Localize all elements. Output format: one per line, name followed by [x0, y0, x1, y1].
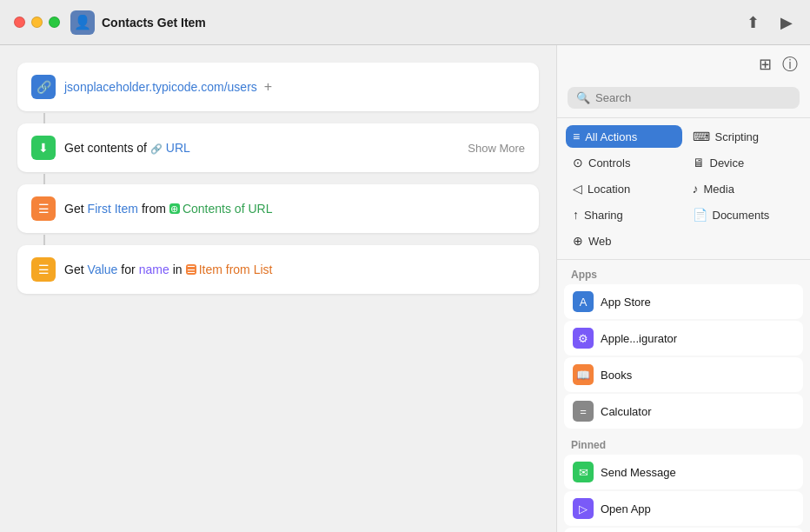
- location-icon: ◁: [573, 182, 582, 196]
- action-calculator[interactable]: = Calculator: [564, 394, 803, 429]
- connector-2: [43, 174, 45, 184]
- connector-1: [43, 113, 45, 123]
- item-from-list-token: ☰ Item from List: [186, 263, 273, 276]
- action-play-music[interactable]: ♪ Play Music: [564, 528, 803, 532]
- action-books[interactable]: 📖 Books: [564, 357, 803, 392]
- device-label: Device: [710, 156, 745, 170]
- sharing-icon: ↑: [573, 208, 579, 222]
- value-token: Value: [88, 263, 118, 276]
- fullscreen-button[interactable]: [49, 17, 60, 28]
- name-token: name: [139, 263, 169, 276]
- in-label: in: [173, 263, 183, 276]
- category-controls[interactable]: ⊙ Controls: [566, 151, 682, 174]
- share-button[interactable]: ⬆: [743, 10, 763, 36]
- books-label: Books: [601, 369, 632, 382]
- categories-grid: ≡ All Actions ⌨ Scripting ⊙ Controls 🖥 D…: [557, 118, 810, 260]
- info-button[interactable]: ⓘ: [782, 54, 798, 75]
- show-more-button[interactable]: Show More: [468, 142, 525, 155]
- url-icon: 🔗: [31, 75, 56, 99]
- send-message-label: Send Message: [601, 466, 676, 479]
- window-title: Contacts Get Item: [102, 16, 743, 30]
- category-scripting[interactable]: ⌨ Scripting: [686, 125, 802, 148]
- get-value-label: Get: [64, 263, 84, 276]
- calculator-label: Calculator: [601, 405, 652, 418]
- actions-sidebar: ⊞ ⓘ 🔍 ≡ All Actions ⌨ Scripting ⊙ Contro…: [556, 45, 810, 532]
- media-label: Media: [704, 183, 734, 196]
- books-icon: 📖: [573, 364, 594, 385]
- run-button[interactable]: ▶: [777, 10, 796, 36]
- location-label: Location: [588, 183, 630, 196]
- search-input[interactable]: [595, 91, 791, 104]
- documents-label: Documents: [713, 209, 770, 222]
- traffic-lights: [14, 17, 60, 28]
- workflow-canvas: 🔗 jsonplaceholder.typicode.com/users + ⬇…: [0, 45, 556, 532]
- category-sharing[interactable]: ↑ Sharing: [566, 203, 682, 226]
- category-location[interactable]: ◁ Location: [566, 177, 682, 200]
- get-value-content: Get Value for name in ☰ Item from List: [64, 263, 525, 276]
- action-send-message[interactable]: ✉ Send Message: [564, 455, 803, 489]
- open-app-label: Open App: [601, 502, 651, 515]
- all-actions-icon: ≡: [573, 130, 580, 143]
- get-item-icon: ☰: [31, 196, 56, 221]
- for-label: for: [121, 263, 135, 276]
- app-icon: 👤: [70, 10, 95, 35]
- media-icon: ♪: [693, 182, 699, 196]
- scripting-label: Scripting: [715, 130, 760, 143]
- sharing-label: Sharing: [584, 209, 623, 222]
- pinned-section-header: Pinned: [564, 430, 803, 455]
- get-contents-label: Get contents of: [64, 141, 147, 155]
- search-section: 🔍: [557, 78, 810, 118]
- apple-configurator-label: Apple...igurator: [601, 332, 677, 345]
- send-message-icon: ✉: [573, 462, 594, 482]
- get-item-content: Get First Item from ⊕ Contents of URL: [64, 202, 525, 216]
- contents-of-url-token: ⊕ Contents of URL: [169, 202, 273, 216]
- app-store-label: App Store: [601, 296, 651, 309]
- all-actions-label: All Actions: [585, 130, 637, 143]
- titlebar-actions: ⬆ ▶: [743, 10, 796, 36]
- main-layout: 🔗 jsonplaceholder.typicode.com/users + ⬇…: [0, 45, 810, 532]
- category-documents[interactable]: 📄 Documents: [686, 203, 802, 226]
- close-button[interactable]: [14, 17, 25, 28]
- controls-icon: ⊙: [573, 156, 583, 170]
- controls-label: Controls: [588, 156, 630, 170]
- category-device[interactable]: 🖥 Device: [686, 151, 802, 174]
- url-value[interactable]: jsonplaceholder.typicode.com/users: [64, 80, 257, 94]
- web-label: Web: [588, 235, 612, 248]
- category-media[interactable]: ♪ Media: [686, 177, 802, 200]
- device-icon: 🖥: [693, 156, 705, 170]
- get-value-card: ☰ Get Value for name in ☰ Item from List: [17, 245, 539, 294]
- apple-configurator-icon: ⚙: [573, 328, 594, 349]
- apps-section-header: Apps: [564, 260, 803, 284]
- open-app-icon: ▷: [573, 498, 594, 519]
- calculator-icon: =: [573, 401, 594, 422]
- minimize-button[interactable]: [31, 17, 43, 28]
- get-first-item-card: ☰ Get First Item from ⊕ Contents of URL: [17, 184, 539, 233]
- action-apple-configurator[interactable]: ⚙ Apple...igurator: [564, 321, 803, 356]
- web-icon: ⊕: [573, 234, 583, 248]
- search-icon: 🔍: [576, 91, 590, 104]
- from-label: from: [142, 202, 166, 216]
- search-input-wrap: 🔍: [568, 87, 800, 109]
- sidebar-top-bar: ⊞ ⓘ: [557, 45, 810, 78]
- connector-3: [43, 235, 45, 245]
- grid-view-button[interactable]: ⊞: [759, 54, 772, 75]
- actions-list: Apps A App Store ⚙ Apple...igurator 📖 Bo…: [557, 260, 810, 532]
- action-open-app[interactable]: ▷ Open App: [564, 491, 803, 526]
- url-token: 🔗 URL: [150, 141, 190, 155]
- category-all-actions[interactable]: ≡ All Actions: [566, 125, 682, 148]
- get-contents-card: ⬇ Get contents of 🔗 URL Show More: [17, 123, 539, 172]
- get-label: Get: [64, 202, 84, 216]
- category-web[interactable]: ⊕ Web: [566, 229, 682, 252]
- scripting-icon: ⌨: [693, 130, 710, 143]
- get-value-icon: ☰: [31, 257, 56, 282]
- get-contents-content: Get contents of 🔗 URL: [64, 141, 468, 155]
- url-action-card: 🔗 jsonplaceholder.typicode.com/users +: [17, 63, 539, 111]
- add-url-button[interactable]: +: [264, 79, 272, 95]
- first-item-token: First Item: [88, 202, 138, 216]
- get-contents-icon: ⬇: [31, 136, 56, 160]
- documents-icon: 📄: [693, 208, 707, 222]
- action-app-store[interactable]: A App Store: [564, 284, 803, 319]
- titlebar: 👤 Contacts Get Item ⬆ ▶: [0, 0, 810, 45]
- app-store-icon: A: [573, 291, 594, 312]
- url-bar: jsonplaceholder.typicode.com/users +: [64, 79, 272, 95]
